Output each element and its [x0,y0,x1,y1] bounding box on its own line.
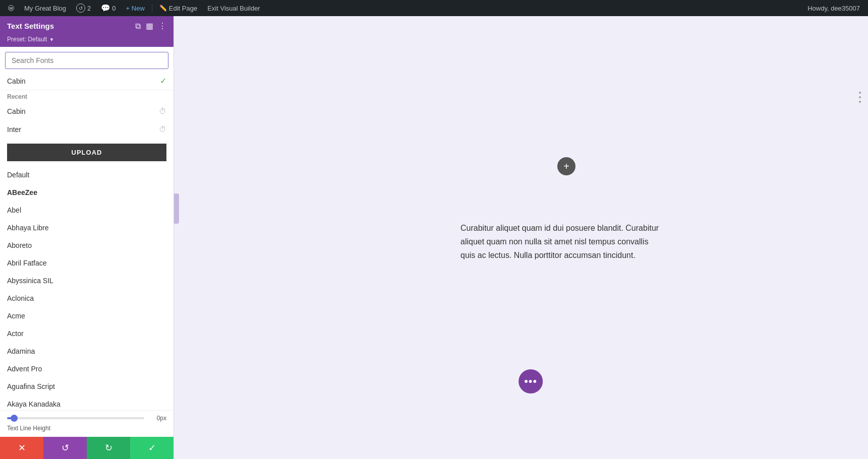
upload-btn-row: UPLOAD [0,139,173,166]
text-settings-header: Text Settings ⧉ ▦ ⋮ [0,16,173,36]
check-icon: ✓ [160,76,166,86]
redo-button[interactable]: ↻ [87,437,130,459]
font-item-advent-pro[interactable]: Advent Pro [0,360,173,378]
slider-thumb[interactable] [11,415,18,422]
slider-row: 0px [7,415,166,422]
font-list: Default ABeeZee Abel Abhaya Libre Aboret… [0,166,173,410]
font-dropdown: Cabin ✓ Recent Cabin ⏱ Inter ⏱ UPLOAD [0,47,173,410]
canvas-left-tab [174,193,179,224]
separator [152,4,152,12]
svg-text:W: W [10,6,13,11]
floating-menu-button[interactable]: ••• [518,369,543,394]
bottom-action-bar: ✕ ↺ ↻ ✓ [0,437,173,459]
font-item-abril-fatface[interactable]: Abril Fatface [0,254,173,272]
font-item-aguafina-script[interactable]: Aguafina Script [0,378,173,396]
admin-bar: W My Great Blog ↺ 2 💬 0 + New ✏️ Edit Pa… [0,0,868,16]
canvas-area: Curabitur aliquet quam id dui posuere bl… [174,16,868,459]
updates-item[interactable]: ↺ 2 [72,0,95,16]
recent-font-inter[interactable]: Inter ⏱ [0,120,173,139]
bottom-section-label: Text Line Height [7,422,166,433]
cancel-button[interactable]: ✕ [0,437,43,459]
new-item[interactable]: + New [122,0,149,16]
font-item-abyssinica-sil[interactable]: Abyssinica SIL [0,272,173,290]
clock-icon-cabin: ⏱ [159,107,166,115]
recent-inter-name: Inter [7,125,21,134]
reset-button[interactable]: ↺ [43,437,87,459]
page-content: Curabitur aliquet quam id dui posuere bl… [460,221,662,263]
bottom-slider-area: 0px Text Line Height [0,410,173,437]
left-panel: Text Settings ⧉ ▦ ⋮ Preset: Default ▼ Ca… [0,16,174,459]
user-info[interactable]: Howdy, dee35007 [803,0,864,16]
updates-icon: ↺ [76,4,85,13]
exit-builder-item[interactable]: Exit Visual Builder [203,0,264,16]
more-icon[interactable]: ⋮ [158,21,166,31]
upload-button[interactable]: UPLOAD [7,144,166,161]
clock-icon-inter: ⏱ [159,125,166,134]
confirm-button[interactable]: ✓ [130,437,173,459]
font-item-abhaya-libre[interactable]: Abhaya Libre [0,219,173,237]
search-input[interactable] [5,52,168,69]
slider-value: 0px [148,415,166,422]
search-box-wrapper [0,47,173,72]
panel-title: Text Settings [7,22,54,30]
page-text: Curabitur aliquet quam id dui posuere bl… [460,221,662,263]
font-item-aclonica[interactable]: Aclonica [0,290,173,307]
font-item-adamina[interactable]: Adamina [0,343,173,360]
recent-section-label: Recent [0,90,173,102]
preset-bar: Preset: Default ▼ [0,36,173,47]
layout-icon[interactable]: ▦ [146,21,153,31]
font-item-abel[interactable]: Abel [0,202,173,219]
admin-right: Howdy, dee35007 [803,0,864,16]
font-item-aboreto[interactable]: Aboreto [0,237,173,254]
recent-font-cabin[interactable]: Cabin ⏱ [0,102,173,120]
recent-cabin-name: Cabin [7,107,26,115]
font-item-actor[interactable]: Actor [0,325,173,343]
font-item-acme[interactable]: Acme [0,307,173,325]
preset-label[interactable]: Preset: Default [7,36,47,43]
add-content-button[interactable]: + [557,157,575,175]
edit-page-item[interactable]: ✏️ Edit Page [155,0,201,16]
current-font-name: Cabin [7,77,26,85]
copy-icon[interactable]: ⧉ [135,22,141,31]
font-item-akaya-kanadaka[interactable]: Akaya Kanadaka [0,396,173,410]
comments-item[interactable]: 💬 0 [97,0,120,16]
header-icons: ⧉ ▦ ⋮ [135,21,166,31]
slider-track [7,417,144,419]
font-item-default[interactable]: Default [0,166,173,184]
preset-chevron: ▼ [49,37,54,42]
font-item-abeezee[interactable]: ABeeZee [0,184,173,202]
site-name[interactable]: My Great Blog [20,0,70,16]
wp-logo[interactable]: W [4,0,18,16]
main-wrapper: Text Settings ⧉ ▦ ⋮ Preset: Default ▼ Ca… [0,16,868,459]
three-dots-vertical[interactable] [859,92,861,103]
current-font-row[interactable]: Cabin ✓ [0,72,173,90]
